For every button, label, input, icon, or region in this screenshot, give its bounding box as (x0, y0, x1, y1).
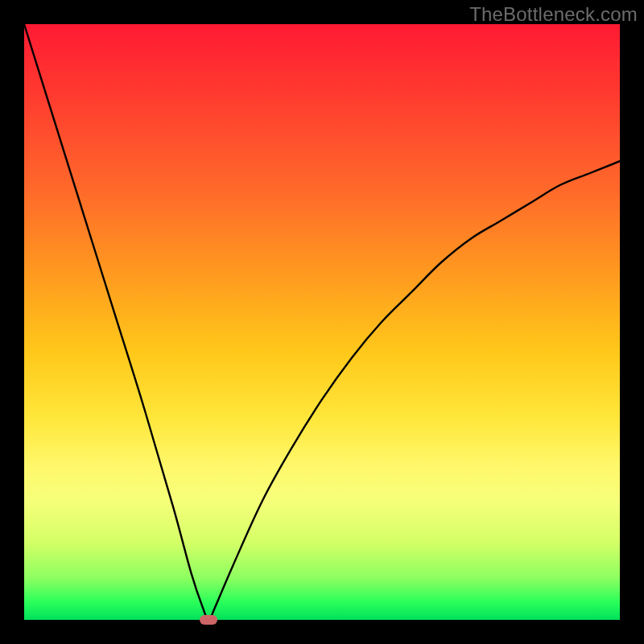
chart-frame: TheBottleneck.com (0, 0, 644, 644)
bottleneck-curve (24, 24, 620, 620)
chart-plot-area (24, 24, 620, 620)
watermark-text: TheBottleneck.com (469, 3, 638, 26)
